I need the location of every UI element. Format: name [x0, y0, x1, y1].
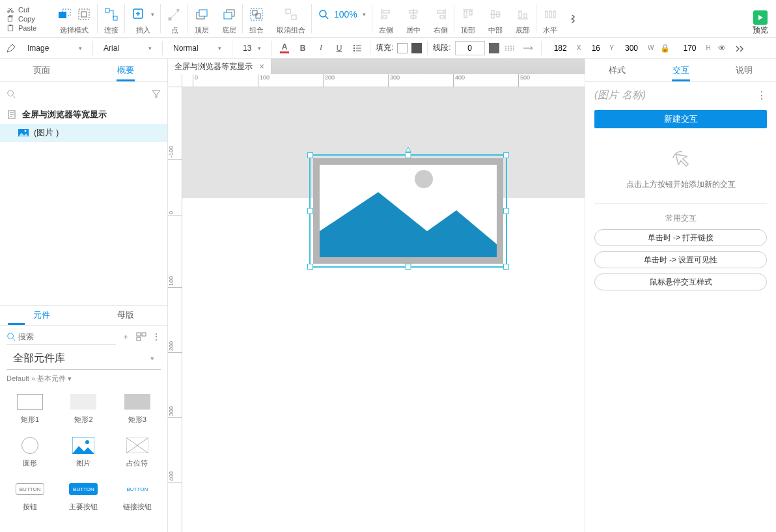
search-icon[interactable]: [7, 89, 16, 98]
svg-rect-9: [81, 12, 87, 17]
y-input[interactable]: [585, 41, 607, 55]
tree-image-node[interactable]: (图片 ): [0, 124, 167, 142]
text-color-icon[interactable]: A: [277, 41, 292, 55]
insert-group[interactable]: ▾ 插入: [125, 0, 161, 37]
canvas-tab-title: 全屏与浏览器等宽显示: [174, 61, 253, 72]
svg-rect-6: [59, 12, 66, 18]
stroke-color-swatch[interactable]: [489, 43, 499, 53]
common-interaction-open-link[interactable]: 单击时 -> 打开链接: [594, 229, 767, 246]
paste-button[interactable]: Paste: [7, 24, 47, 32]
widget-rect1[interactable]: 矩形1: [4, 387, 56, 430]
lib-search-input[interactable]: [18, 332, 116, 341]
tab-interactions[interactable]: 交互: [649, 64, 713, 81]
cut-button[interactable]: Cut: [7, 6, 47, 14]
bring-front-icon: [195, 7, 209, 21]
format-toolbar: Image▾ Arial▾ Normal▾ 13▾ A B I U 填充: 线段…: [0, 38, 776, 59]
italic-icon[interactable]: I: [314, 41, 328, 55]
selection-name[interactable]: (图片 名称): [594, 89, 646, 102]
tab-notes[interactable]: 说明: [712, 64, 776, 81]
selection-menu-icon[interactable]: ⋮: [756, 89, 767, 102]
widget-rect3[interactable]: 矩形3: [111, 387, 163, 430]
x-input[interactable]: [547, 41, 574, 55]
lock-aspect-icon[interactable]: 🔒: [658, 41, 672, 55]
resize-handle-br[interactable]: [503, 264, 509, 270]
bullet-list-icon[interactable]: [350, 41, 365, 55]
tab-outline[interactable]: 概要: [84, 64, 168, 81]
widget-placeholder[interactable]: 占位符: [111, 431, 163, 473]
common-interaction-hover-style[interactable]: 鼠标悬停交互样式: [594, 273, 767, 290]
canvas-tab[interactable]: 全屏与浏览器等宽显示 ×: [168, 59, 271, 74]
tabstrip-empty: [271, 59, 585, 74]
selection-name-row: (图片 名称) ⋮: [585, 82, 776, 109]
arrow-style-icon[interactable]: [521, 41, 536, 55]
widget-ellipse[interactable]: 圆形: [4, 431, 56, 473]
resize-handle-ml[interactable]: [307, 208, 313, 214]
widget-link-button[interactable]: BUTTON链接按钮: [111, 475, 163, 517]
preview-button[interactable]: 预览: [749, 0, 772, 37]
canvas-viewport[interactable]: 0 100 200 300 400 500 -100 0 100 200 300…: [168, 74, 585, 532]
group-group[interactable]: 组合: [243, 0, 270, 37]
shape-type-dropdown[interactable]: Image▾: [22, 40, 87, 56]
font-weight-dropdown[interactable]: Normal▾: [168, 40, 227, 56]
w-input[interactable]: [618, 41, 645, 55]
font-dropdown[interactable]: Arial▾: [98, 40, 157, 56]
new-interaction-button[interactable]: 新建交互: [594, 110, 767, 128]
add-library-icon[interactable]: ＋: [121, 329, 131, 344]
h-input[interactable]: [676, 41, 703, 55]
connect-icon: [104, 7, 118, 21]
tab-masters[interactable]: 母版: [84, 309, 168, 325]
select-contain-icon[interactable]: [77, 7, 91, 21]
fill-label: 填充:: [376, 42, 393, 53]
ruler-horizontal: 0 100 200 300 400 500: [182, 74, 585, 87]
tab-style[interactable]: 样式: [585, 64, 649, 81]
edit-shape-icon[interactable]: [4, 41, 18, 55]
bold-icon[interactable]: B: [296, 41, 310, 55]
resize-handle-tl[interactable]: [307, 152, 313, 158]
tab-pages[interactable]: 页面: [0, 64, 84, 81]
empty-interaction-state: 点击上方按钮开始添加新的交互: [594, 137, 767, 204]
connect-group[interactable]: 连接: [98, 0, 125, 37]
select-mode-group: 选择模式: [51, 0, 98, 37]
copy-button[interactable]: Copy: [7, 15, 47, 23]
common-interaction-set-visible[interactable]: 单击时 -> 设置可见性: [594, 251, 767, 268]
select-intersect-icon[interactable]: [57, 7, 72, 21]
bring-front-group[interactable]: 顶层: [188, 0, 215, 37]
svg-point-41: [353, 49, 355, 51]
resize-handle-bm[interactable]: [406, 264, 411, 270]
library-menu-icon[interactable]: ⋮: [152, 329, 161, 344]
tree-page-node[interactable]: 全屏与浏览器等宽显示: [0, 105, 167, 124]
send-back-group[interactable]: 底层: [215, 0, 243, 37]
library-settings-icon[interactable]: [136, 329, 146, 344]
stroke-style-icon[interactable]: [503, 41, 518, 55]
widget-rect2[interactable]: 矩形2: [57, 387, 109, 430]
selection-bounds[interactable]: [309, 154, 507, 268]
close-tab-icon[interactable]: ×: [259, 61, 264, 72]
fill-swatch[interactable]: [397, 43, 408, 53]
resize-handle-mr[interactable]: [503, 208, 509, 214]
svg-point-40: [353, 47, 355, 48]
fmt-overflow-icon[interactable]: [733, 41, 747, 55]
stroke-width-input[interactable]: [455, 41, 485, 55]
lib-breadcrumb[interactable]: Default » 基本元件 ▾: [0, 370, 167, 387]
widget-image[interactable]: 图片: [57, 431, 109, 473]
tab-widgets[interactable]: 元件: [0, 309, 84, 325]
resize-handle-bl[interactable]: [307, 264, 313, 270]
ribbon-toolbar: Cut Copy Paste 选择模式 连接 ▾ 插入 点 顶层 底层: [0, 0, 776, 38]
widget-primary-button[interactable]: BUTTON主要按钮: [57, 475, 109, 517]
svg-rect-29: [440, 16, 444, 18]
visibility-icon[interactable]: 👁: [715, 41, 729, 55]
font-size-dropdown[interactable]: 13▾: [238, 40, 266, 56]
play-icon: [753, 10, 768, 25]
svg-rect-21: [286, 9, 290, 14]
resize-handle-tr[interactable]: [503, 152, 509, 158]
ribbon-overflow-icon[interactable]: [564, 0, 583, 37]
svg-rect-34: [519, 11, 521, 18]
widget-button[interactable]: BUTTON按钮: [4, 475, 56, 517]
filter-icon[interactable]: [152, 89, 161, 98]
stroke-label: 线段:: [433, 42, 450, 53]
underline-icon[interactable]: U: [332, 41, 346, 55]
lib-title[interactable]: 全部元件库▾: [7, 348, 161, 370]
zoom-group[interactable]: 100% ▾: [312, 0, 372, 37]
resize-handle-tm[interactable]: [406, 152, 411, 158]
fill2-swatch[interactable]: [411, 43, 422, 53]
